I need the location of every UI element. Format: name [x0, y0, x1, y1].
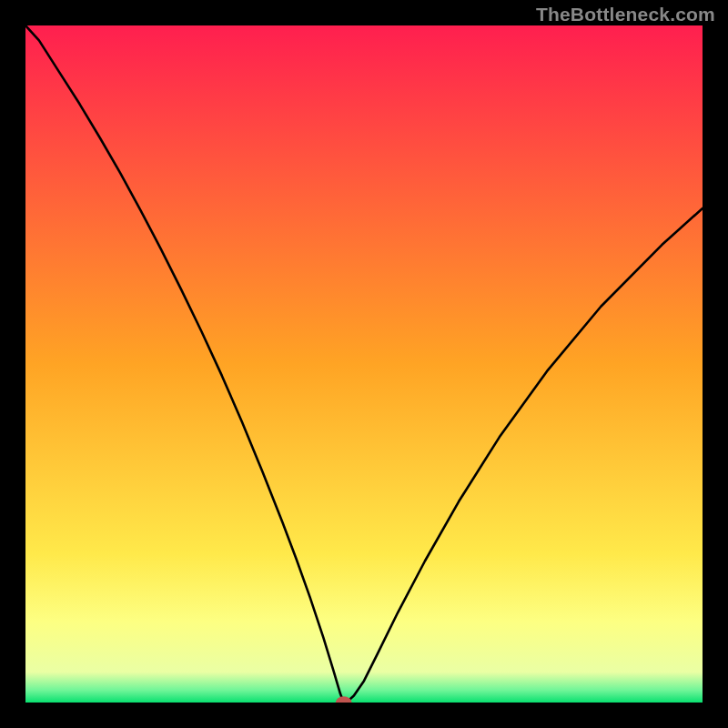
chart-svg: [25, 25, 703, 703]
gradient-background: [25, 25, 703, 703]
bottleneck-chart: [25, 25, 703, 703]
chart-frame: TheBottleneck.com: [0, 0, 728, 728]
watermark-label: TheBottleneck.com: [536, 4, 715, 25]
